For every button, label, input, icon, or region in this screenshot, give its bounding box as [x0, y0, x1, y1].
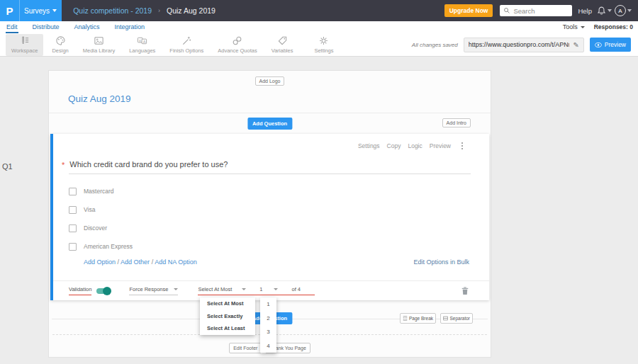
question-logic-link[interactable]: Logic [408, 142, 422, 149]
toolbar-label: Settings [314, 47, 333, 54]
edit-url-pencil-icon[interactable]: ✎ [573, 41, 578, 49]
separator-icon [443, 316, 448, 321]
question-number-label: Q1 [2, 162, 13, 171]
chevron-down-icon[interactable] [274, 288, 278, 290]
add-intro-button[interactable]: Add Intro [442, 118, 471, 127]
settings-icon [318, 35, 329, 46]
surveys-menu[interactable]: Surveys [20, 0, 62, 21]
tab-edit[interactable]: Edit [6, 23, 18, 33]
option-label[interactable]: Mastercard [84, 188, 114, 195]
add-option-links: Add Option / Add Other / Add NA Option [84, 258, 197, 266]
survey-url-field[interactable]: https://www.questionpro.com/t/APNrFZ ✎ [464, 38, 584, 52]
question-settings-link[interactable]: Settings [358, 142, 380, 149]
checkbox[interactable] [69, 243, 77, 251]
avatar[interactable]: A [615, 5, 626, 16]
questionpro-logo[interactable]: P [0, 0, 20, 21]
responses-count[interactable]: Responses: 0 [594, 23, 633, 30]
notifications-bell-icon[interactable] [597, 6, 606, 16]
select-mode-dropdown[interactable]: Select At Most [198, 286, 232, 292]
validation-toggle[interactable] [96, 288, 111, 294]
breadcrumb-separator: › [158, 7, 160, 14]
toolbar-label: Media Library [83, 47, 115, 54]
toolbar-item-languages[interactable]: xA Languages [123, 34, 161, 56]
menu-item-1[interactable]: 1 [260, 297, 276, 312]
separator-button[interactable]: Separator [440, 313, 473, 324]
toolbar-item-variables[interactable]: Variables [266, 34, 299, 56]
add-question-button-top[interactable]: Add Question [247, 118, 292, 130]
toolbar-item-finish-options[interactable]: Finish Options [164, 34, 209, 56]
chevron-down-icon [581, 26, 585, 28]
slash: / [152, 258, 154, 266]
add-option-link[interactable]: Add Option [84, 258, 116, 266]
help-link[interactable]: Help [578, 7, 592, 15]
more-options-icon[interactable] [461, 142, 463, 149]
force-response-dropdown[interactable]: Force Response [129, 286, 178, 295]
toolbar-label: Finish Options [169, 47, 203, 54]
page-break-label: Page Break [409, 316, 433, 321]
count-dropdown[interactable]: 1 [259, 286, 262, 292]
menu-item-select-exactly[interactable]: Select Exactly [200, 310, 255, 323]
search-input[interactable]: Search [500, 5, 572, 16]
question-copy-link[interactable]: Copy [387, 142, 401, 149]
nav-right: Tools Responses: 0 [563, 23, 633, 30]
upgrade-now-button[interactable]: Upgrade Now [444, 4, 493, 17]
add-other-link[interactable]: Add Other [121, 258, 150, 266]
of-total-label: of 4 [292, 286, 301, 292]
answer-options: Mastercard Visa Discover American Expres… [69, 182, 133, 256]
toolbar-item-design[interactable]: Design [46, 34, 74, 56]
toolbar-item-media-library[interactable]: Media Library [77, 34, 121, 56]
toolbar-item-advance-quotas[interactable]: Advance Quotas [212, 34, 262, 56]
toolbar-item-workspace[interactable]: Workspace [6, 34, 43, 56]
tab-integration[interactable]: Integration [114, 23, 146, 32]
select-mode-menu: Select At Most Select Exactly Select At … [200, 297, 255, 335]
page-break-icon [403, 316, 408, 321]
menu-item-select-at-least[interactable]: Select At Least [200, 322, 255, 335]
edit-footer-button[interactable]: Edit Footer [229, 343, 262, 353]
bell-caret-icon[interactable] [608, 9, 612, 12]
option-label[interactable]: American Express [84, 243, 133, 250]
option-row: Visa [69, 200, 133, 219]
option-row: Discover [69, 219, 133, 237]
delete-question-icon[interactable] [461, 286, 469, 295]
question-menu: Settings Copy Logic Preview [358, 142, 463, 149]
edit-options-in-bulk-link[interactable]: Edit Options in Bulk [413, 258, 469, 266]
menu-item-4[interactable]: 4 [260, 339, 276, 353]
surveys-label: Surveys [24, 7, 50, 15]
breadcrumb-current: Quiz Aug 2019 [167, 6, 216, 15]
checkbox[interactable] [69, 224, 77, 232]
avatar-caret-icon[interactable] [627, 9, 632, 12]
checkbox[interactable] [69, 206, 77, 214]
languages-icon: xA [137, 35, 147, 46]
option-row: American Express [69, 237, 133, 256]
workspace-icon [19, 35, 30, 46]
page-break-button[interactable]: Page Break [400, 313, 436, 324]
menu-item-3[interactable]: 3 [260, 325, 276, 339]
option-label[interactable]: Visa [84, 206, 95, 213]
tab-distribute[interactable]: Distribute [32, 23, 60, 32]
survey-toolbar: Workspace Design Media Library xA Langua… [0, 33, 638, 57]
chevron-down-icon [174, 288, 178, 290]
add-na-option-link[interactable]: Add NA Option [155, 258, 197, 266]
toolbar-label: Workspace [11, 47, 38, 54]
media-library-icon [94, 35, 104, 46]
survey-url: https://www.questionpro.com/t/APNrFZ [469, 41, 570, 48]
toolbar-item-settings[interactable]: Settings [308, 34, 339, 56]
checkbox[interactable] [69, 188, 77, 195]
option-row: Mastercard [69, 182, 133, 200]
tab-analytics[interactable]: Analytics [74, 23, 101, 32]
eye-icon [595, 42, 602, 47]
option-label[interactable]: Discover [84, 224, 107, 232]
chevron-down-icon[interactable] [242, 288, 246, 290]
preview-label: Preview [605, 41, 626, 48]
preview-button[interactable]: Preview [590, 38, 631, 52]
question-text[interactable]: Which credit card brand do you prefer to… [69, 160, 228, 169]
add-logo-button[interactable]: Add Logo [255, 76, 285, 86]
survey-title[interactable]: Quiz Aug 2019 [68, 93, 131, 104]
advance-quotas-icon [232, 35, 242, 46]
breadcrumb-parent[interactable]: Quiz competition - 2019 [73, 6, 152, 15]
menu-item-select-at-most[interactable]: Select At Most [200, 297, 255, 310]
svg-text:A: A [143, 40, 146, 44]
menu-item-2[interactable]: 2 [260, 312, 276, 326]
tools-menu[interactable]: Tools [563, 23, 585, 30]
question-preview-link[interactable]: Preview [430, 142, 451, 149]
